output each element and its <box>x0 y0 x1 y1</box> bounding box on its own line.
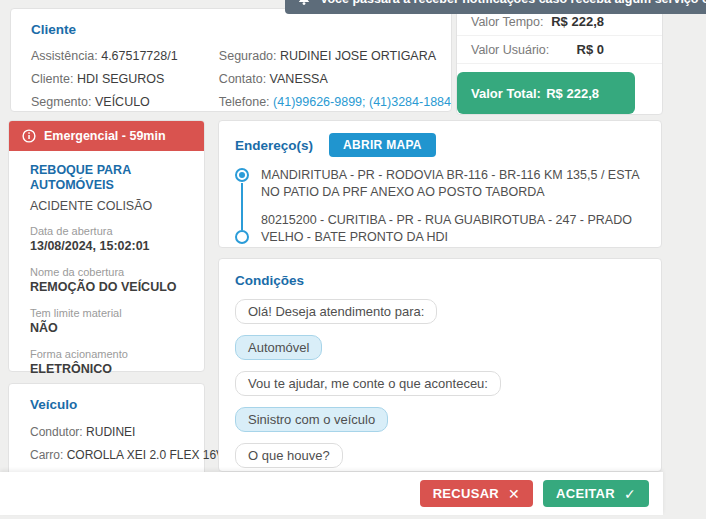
car-value: COROLLA XEI 2.0 FLEX 16V <box>67 448 224 462</box>
coverage-name-value: REMOÇÃO DO VEÍCULO <box>30 279 194 295</box>
destination-address: 80215200 - CURITIBA - PR - RUA GUABIROTU… <box>261 212 645 246</box>
chat-bubble-question: Olá! Deseja atendimento para: <box>235 299 437 324</box>
value-total-row: Valor Total: R$ 222,8 <box>457 72 635 114</box>
service-card: Emergencial - 59min REBOQUE PARA AUTOMÓV… <box>8 120 205 372</box>
insured-row: Segurado: RUDINEI JOSE ORTIGARA <box>219 45 451 68</box>
assistance-number-value: 4.67517728/1 <box>101 49 177 63</box>
material-limit-field: Tem limite material NÃO <box>30 306 194 336</box>
destination-pin-icon <box>235 230 249 244</box>
close-icon: ✕ <box>508 486 520 502</box>
route: MANDIRITUBA - PR - RODOVIA BR-116 - BR-1… <box>235 167 645 246</box>
bell-icon <box>297 0 311 6</box>
info-icon <box>22 129 36 143</box>
segment-value: VEÍCULO <box>95 95 150 109</box>
insured-value: RUDINEI JOSE ORTIGARA <box>280 49 436 63</box>
conditions-card-title: Condições <box>235 273 645 288</box>
toast-text: Você passará a receber notificações caso… <box>320 0 706 6</box>
urgency-badge: Emergencial - 59min <box>9 121 204 151</box>
urgency-label: Emergencial - 59min <box>44 129 166 143</box>
reject-button[interactable]: RECUSAR ✕ <box>420 480 533 507</box>
origin-address-text: MANDIRITUBA - PR - RODOVIA BR-116 - BR-1… <box>261 168 639 199</box>
contact-row: Contato: VANESSA <box>219 68 451 91</box>
service-type: REBOQUE PARA AUTOMÓVEIS <box>30 163 194 193</box>
driver-row: Condutor: RUDINEI <box>30 421 204 444</box>
destination-address-text: 80215200 - CURITIBA - PR - RUA GUABIROTU… <box>261 213 632 244</box>
chat-bubble-question: O que houve? <box>235 443 343 468</box>
origin-pin-icon <box>235 168 249 182</box>
chat-bubble-answer: Sinistro com o veículo <box>235 407 388 432</box>
driver-value: RUDINEI <box>86 425 135 439</box>
assistance-number-row: Assistência: 4.67517728/1 <box>31 45 219 68</box>
contact-value: VANESSA <box>270 72 328 86</box>
conditions-card: Condições Olá! Deseja atendimento para: … <box>218 258 662 472</box>
value-total-amount: R$ 222,8 <box>546 86 599 101</box>
action-footer: RECUSAR ✕ ACEITAR ✓ <box>0 472 663 515</box>
check-icon: ✓ <box>624 486 636 502</box>
value-user-row: Valor Usuário: R$ 0 <box>457 36 662 64</box>
value-time-amount: R$ 222,8 <box>551 14 604 29</box>
segment-row: Segmento: VEÍCULO <box>31 91 219 114</box>
activation-type-field: Forma acionamento ELETRÔNICO <box>30 347 194 377</box>
client-card-title: Cliente <box>31 22 451 37</box>
open-date-field: Data de abertura 13/08/2024, 15:02:01 <box>30 224 194 254</box>
vehicle-card-title: Veículo <box>30 397 204 412</box>
client-card: Cliente Assistência: 4.67517728/1 Client… <box>10 8 452 112</box>
client-name-row: Cliente: HDI SEGUROS <box>31 68 219 91</box>
values-card: Valor Tempo: R$ 222,8 Valor Usuário: R$ … <box>456 4 663 115</box>
chat-bubble-answer: Automóvel <box>235 335 322 360</box>
phone-link[interactable]: (41)99626-9899; (41)3284-1884 <box>273 95 451 109</box>
service-subtype: ACIDENTE COLISÃO <box>30 199 194 213</box>
car-row: Carro: COROLLA XEI 2.0 FLEX 16V <box>30 444 204 467</box>
coverage-name-field: Nome da cobertura REMOÇÃO DO VEÍCULO <box>30 265 194 295</box>
chat-bubble-question: Vou te ajudar, me conte o que aconteceu: <box>235 371 501 396</box>
activation-type-value: ELETRÔNICO <box>30 361 194 377</box>
notification-toast[interactable]: Você passará a receber notificações caso… <box>285 0 706 14</box>
open-date-value: 13/08/2024, 15:02:01 <box>30 238 194 254</box>
value-user-amount: R$ 0 <box>577 42 604 57</box>
accept-button[interactable]: ACEITAR ✓ <box>543 480 649 507</box>
phone-row: Telefone: (41)99626-9899; (41)3284-1884 <box>219 91 451 114</box>
address-card-title: Endereço(s) <box>235 138 313 153</box>
client-name-value: HDI SEGUROS <box>77 72 165 86</box>
address-card: Endereço(s) ABRIR MAPA MANDIRITUBA - PR … <box>218 120 662 248</box>
origin-address: MANDIRITUBA - PR - RODOVIA BR-116 - BR-1… <box>261 167 645 201</box>
material-limit-value: NÃO <box>30 320 194 336</box>
route-line <box>241 183 243 230</box>
open-map-button[interactable]: ABRIR MAPA <box>329 133 436 157</box>
